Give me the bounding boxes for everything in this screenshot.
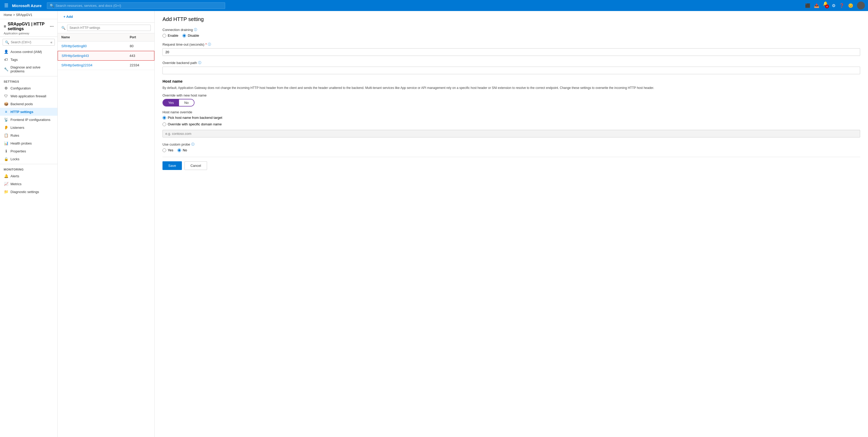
sidebar-item-alerts[interactable]: 🔔 Alerts bbox=[0, 172, 57, 180]
help-icon[interactable]: ❓ bbox=[839, 3, 844, 8]
sidebar-item-metrics[interactable]: 📈 Metrics bbox=[0, 180, 57, 188]
host-name-description: By default, Application Gateway does not… bbox=[162, 86, 860, 90]
sidebar-label-alerts: Alerts bbox=[10, 174, 19, 178]
cancel-button[interactable]: Cancel bbox=[185, 161, 207, 170]
sidebar-search-icon: 🔍 bbox=[5, 40, 9, 44]
list-search-box[interactable]: 🔍 bbox=[58, 23, 154, 33]
sidebar-item-diagnostic-settings[interactable]: 📁 Diagnostic settings bbox=[0, 188, 57, 196]
backend-pools-icon: 📦 bbox=[4, 102, 8, 106]
global-search-box[interactable]: 🔍 bbox=[47, 2, 225, 9]
settings-icon[interactable]: ⚙ bbox=[832, 3, 836, 8]
tags-icon: 🏷 bbox=[4, 57, 8, 62]
sidebar-item-tags[interactable]: 🏷 Tags bbox=[0, 56, 57, 63]
sidebar-item-frontend-ip[interactable]: 📡 Frontend IP configurations bbox=[0, 116, 57, 123]
sidebar-label-web-firewall: Web application firewall bbox=[10, 94, 46, 98]
hamburger-icon[interactable]: ☰ bbox=[3, 2, 9, 9]
breadcrumb: Home > SRAppGV1 bbox=[0, 11, 57, 19]
override-specific-domain-option[interactable]: Override with specific domain name bbox=[162, 122, 222, 126]
list-search-input[interactable] bbox=[67, 25, 151, 31]
upload-icon[interactable]: 📤 bbox=[814, 3, 819, 8]
sidebar-item-locks[interactable]: 🔒 Locks bbox=[0, 155, 57, 163]
sidebar-item-web-firewall[interactable]: 🛡 Web application firewall bbox=[0, 92, 57, 100]
connection-draining-label: Connection draining ⓘ bbox=[162, 28, 860, 32]
domain-name-input[interactable] bbox=[162, 130, 860, 138]
custom-probe-no[interactable]: No bbox=[178, 148, 187, 152]
form-actions: Save Cancel bbox=[162, 157, 860, 174]
override-backend-path-info-icon[interactable]: ⓘ bbox=[198, 61, 201, 65]
notifications-icon[interactable]: 🔔 4 bbox=[823, 1, 828, 10]
list-item[interactable]: SRHttpSetting80 80 bbox=[58, 41, 154, 51]
request-timeout-input[interactable] bbox=[162, 48, 860, 56]
custom-probe-info-icon[interactable]: ⓘ bbox=[191, 142, 194, 147]
more-options-icon[interactable]: ··· bbox=[50, 24, 54, 29]
connection-draining-radio-group: Enable Disable bbox=[162, 34, 860, 37]
sidebar-label-diagnose: Diagnose and solve problems bbox=[10, 65, 54, 73]
collapse-sidebar-icon[interactable]: « bbox=[50, 40, 53, 44]
sidebar-search-input[interactable] bbox=[11, 40, 49, 44]
custom-probe-radio-group: Yes No bbox=[162, 148, 860, 152]
top-navigation: ☰ Microsoft Azure 🔍 ⬛ 📤 🔔 4 ⚙ ❓ 😊 bbox=[0, 0, 868, 11]
breadcrumb-resource[interactable]: SRAppGV1 bbox=[16, 13, 32, 17]
sidebar-item-listeners[interactable]: 👂 Listeners bbox=[0, 123, 57, 132]
sidebar-item-diagnose[interactable]: 🔧 Diagnose and solve problems bbox=[0, 63, 57, 75]
sidebar-label-configuration: Configuration bbox=[10, 86, 31, 90]
custom-probe-section: Use custom probe ⓘ Yes No bbox=[162, 142, 860, 152]
sidebar-label-access-control: Access control (IAM) bbox=[10, 50, 42, 54]
sidebar-label-locks: Locks bbox=[10, 157, 20, 161]
list-item-port: 22334 bbox=[130, 63, 151, 67]
sidebar-item-configuration[interactable]: ⚙ Configuration bbox=[0, 84, 57, 92]
pick-host-from-backend-option[interactable]: Pick host name from backend target bbox=[162, 116, 222, 120]
override-backend-path-label: Override backend path ⓘ bbox=[162, 61, 860, 65]
http-settings-icon: ≡ bbox=[4, 110, 8, 114]
rules-icon: 📋 bbox=[4, 133, 8, 138]
list-header: Name Port bbox=[58, 33, 154, 41]
sidebar-item-access-control[interactable]: 👤 Access control (IAM) bbox=[0, 48, 57, 56]
connection-draining-info-icon[interactable]: ⓘ bbox=[194, 28, 197, 32]
sidebar-header: ≡ SRAppGV1 | HTTP settings ··· Applicati… bbox=[0, 19, 57, 37]
sidebar-resource-title: ≡ SRAppGV1 | HTTP settings ··· bbox=[4, 22, 54, 31]
connection-draining-enable[interactable]: Enable bbox=[162, 34, 178, 37]
connection-draining-disable[interactable]: Disable bbox=[182, 34, 199, 37]
sidebar-label-backend-pools: Backend pools bbox=[10, 102, 33, 106]
feedback-icon[interactable]: 😊 bbox=[848, 3, 853, 8]
list-search-icon: 🔍 bbox=[61, 26, 65, 30]
save-button[interactable]: Save bbox=[162, 161, 182, 170]
sidebar-item-backend-pools[interactable]: 📦 Backend pools bbox=[0, 100, 57, 108]
list-item-port: 443 bbox=[129, 54, 150, 58]
sidebar-label-frontend-ip: Frontend IP configurations bbox=[10, 118, 50, 122]
configuration-icon: ⚙ bbox=[4, 86, 8, 90]
override-host-name-toggle[interactable]: Yes No bbox=[162, 99, 194, 107]
access-control-icon: 👤 bbox=[4, 50, 8, 54]
host-name-title: Host name bbox=[162, 79, 860, 83]
override-backend-path-input[interactable] bbox=[162, 67, 860, 74]
settings-section-title: Settings bbox=[0, 77, 57, 84]
host-name-override-label: Host name override bbox=[162, 110, 860, 114]
sidebar-label-diagnostic-settings: Diagnostic settings bbox=[10, 190, 39, 194]
alerts-icon: 🔔 bbox=[4, 174, 8, 178]
metrics-icon: 📈 bbox=[4, 182, 8, 186]
list-icon: ≡ bbox=[4, 24, 6, 29]
add-button[interactable]: + Add bbox=[61, 13, 75, 20]
sidebar-item-health-probes[interactable]: 📊 Health probes bbox=[0, 139, 57, 147]
toggle-no-button[interactable]: No bbox=[179, 99, 194, 106]
sidebar-search-box[interactable]: 🔍 « bbox=[3, 39, 55, 46]
list-item[interactable]: SRHttpSetting443 443 bbox=[58, 51, 154, 61]
breadcrumb-home[interactable]: Home bbox=[4, 13, 12, 17]
host-name-section: Host name By default, Application Gatewa… bbox=[162, 79, 860, 138]
user-avatar[interactable] bbox=[857, 2, 865, 9]
host-name-override-radio-group: Pick host name from backend target Overr… bbox=[162, 116, 860, 126]
notification-badge: 4 bbox=[825, 4, 829, 8]
list-item[interactable]: SRHttpSetting22334 22334 bbox=[58, 61, 154, 70]
global-search-input[interactable] bbox=[56, 4, 222, 8]
custom-probe-yes[interactable]: Yes bbox=[162, 148, 173, 152]
sidebar-label-properties: Properties bbox=[10, 149, 26, 153]
cloud-shell-icon[interactable]: ⬛ bbox=[805, 3, 810, 8]
sidebar-item-rules[interactable]: 📋 Rules bbox=[0, 132, 57, 139]
sidebar-item-http-settings[interactable]: ≡ HTTP settings bbox=[0, 108, 57, 116]
toggle-yes-button[interactable]: Yes bbox=[163, 99, 179, 106]
search-icon: 🔍 bbox=[50, 4, 54, 8]
list-item-name: SRHttpSetting443 bbox=[62, 54, 129, 58]
sidebar-item-properties[interactable]: ℹ Properties bbox=[0, 147, 57, 155]
request-timeout-info-icon[interactable]: ⓘ bbox=[208, 42, 211, 47]
breadcrumb-sep: > bbox=[13, 13, 15, 17]
